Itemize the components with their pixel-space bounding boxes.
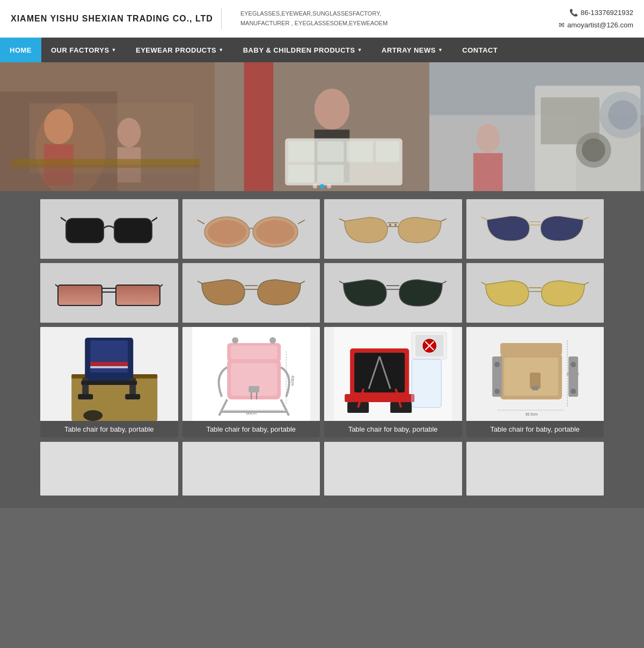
svg-point-128	[494, 389, 500, 394]
hero-image-1	[0, 62, 215, 191]
svg-rect-78	[90, 366, 128, 368]
svg-point-130	[570, 389, 576, 394]
product-image-baby1	[40, 327, 178, 421]
svg-rect-55	[116, 285, 160, 305]
hero-banner	[0, 62, 644, 191]
hero-dot-3[interactable]	[327, 184, 331, 188]
svg-rect-133	[532, 386, 538, 390]
product-image-metal-round	[182, 199, 320, 259]
svg-rect-10	[12, 165, 200, 191]
product-card-baby4[interactable]: 26.5cm 36.5cm	[466, 327, 604, 438]
product-card-metal-aviator-dark[interactable]: Metal Frame Sunglasses	[466, 199, 604, 259]
header-divider	[221, 8, 222, 30]
hero-image-2	[215, 62, 429, 191]
svg-rect-19	[347, 141, 373, 162]
product-card-partial-4[interactable]	[466, 442, 604, 496]
phone-icon: 📞	[569, 6, 578, 19]
nav-contact[interactable]: CONTACT	[452, 38, 507, 62]
svg-rect-22	[317, 165, 343, 183]
nav-home[interactable]: HOME	[0, 38, 41, 62]
product-card-partial-3[interactable]	[324, 442, 462, 496]
svg-point-31	[608, 100, 638, 130]
product-card-partial-1[interactable]	[40, 442, 178, 496]
svg-line-58	[55, 282, 58, 287]
site-header: XIAMEN YISHU SHEXIAN TRADING CO., LTD EY…	[0, 0, 644, 38]
product-label-baby1: Table chair for baby, portable	[40, 421, 178, 438]
product-card-metal-aviator-brown[interactable]: Metal Frame Sunglasses	[324, 199, 462, 259]
product-image-baby4: 26.5cm 36.5cm	[466, 327, 604, 421]
nav-news[interactable]: ARTRAY NEWS ▼	[372, 38, 452, 62]
product-card-partial-2[interactable]	[182, 442, 320, 496]
product-card-metal-optical[interactable]: Metal Frame Optical Glasses	[466, 263, 604, 323]
product-image-metal-optical	[466, 263, 604, 323]
header-tagline: EYEGLASSES,EYEWEAR,SUNGLASSESFACTORY, MA…	[240, 9, 387, 28]
svg-line-70	[481, 281, 486, 285]
phone-number: 86-13376921932	[581, 6, 633, 19]
svg-point-7	[118, 118, 141, 148]
product-image-partial-4	[466, 442, 604, 496]
hero-dot-1[interactable]	[313, 184, 317, 188]
svg-point-41	[256, 220, 295, 244]
svg-point-127	[494, 362, 500, 367]
products-row-3: Table chair for baby, portable 60cm 43cm	[40, 327, 604, 438]
product-image-partial-3	[324, 442, 462, 496]
svg-point-39	[208, 220, 246, 244]
email-address: amoyartist@126.com	[567, 19, 633, 31]
product-card-baby3[interactable]: Table chair for baby, portable	[324, 327, 462, 438]
hero-images	[0, 62, 644, 191]
svg-rect-33	[473, 153, 503, 191]
product-card-metal-round[interactable]: Metal Frame Sunglasses	[182, 199, 320, 259]
product-image-metal-black-aviator	[324, 263, 462, 323]
products-section: Classic Style Sunglasses	[0, 191, 644, 508]
product-card-baby1[interactable]: Table chair for baby, portable	[40, 327, 178, 438]
svg-line-66	[339, 280, 343, 283]
nav-baby[interactable]: BABY & CHILDREN PRODUCTS ▼	[233, 38, 372, 62]
product-image-baby2: 60cm 43cm	[182, 327, 320, 421]
svg-text:36.5cm: 36.5cm	[525, 412, 537, 416]
svg-line-63	[301, 280, 305, 283]
svg-line-37	[152, 216, 157, 221]
svg-rect-17	[288, 141, 314, 162]
svg-line-43	[298, 219, 305, 224]
svg-rect-54	[58, 285, 102, 305]
product-label-baby2: Table chair for baby, portable	[182, 421, 320, 438]
product-image-baby3	[324, 327, 462, 421]
svg-text:43cm: 43cm	[290, 375, 295, 386]
svg-rect-96	[231, 346, 277, 359]
product-image-metal-wide	[40, 263, 178, 323]
chevron-down-icon: ▼	[218, 47, 223, 53]
product-card-metal-aviator2[interactable]: Metal Frame Sunglasses	[182, 263, 320, 323]
products-row-4	[40, 442, 604, 496]
product-card-metal-wide[interactable]: Metal Frame Sunglasses	[40, 263, 178, 323]
svg-rect-34	[66, 219, 104, 243]
products-row-2: Metal Frame Sunglasses Metal Frame S	[40, 263, 604, 323]
main-nav: HOME OUR FACTORYS ▼ EYEWEAR PRODUCTS ▼ B…	[0, 38, 644, 62]
nav-eyewear[interactable]: EYEWEAR PRODUCTS ▼	[126, 38, 233, 62]
svg-line-53	[583, 216, 589, 220]
svg-line-48	[339, 217, 345, 221]
product-image-metal-aviator2	[182, 263, 320, 323]
nav-factorys[interactable]: OUR FACTORYS ▼	[41, 38, 126, 62]
hero-dot-2[interactable]	[320, 184, 324, 188]
product-image-metal-aviator-dark	[466, 199, 604, 259]
product-card-classic[interactable]: Classic Style Sunglasses	[40, 199, 178, 259]
svg-point-101	[269, 337, 276, 344]
products-row-1: Classic Style Sunglasses	[40, 199, 604, 259]
product-image-partial-2	[182, 442, 320, 496]
product-card-baby2[interactable]: 60cm 43cm	[182, 327, 320, 438]
svg-rect-77	[90, 362, 128, 366]
product-label-baby3: Table chair for baby, portable	[324, 421, 462, 438]
hero-image-3	[429, 62, 644, 191]
product-label-baby4: Table chair for baby, portable	[466, 421, 604, 438]
svg-rect-21	[288, 165, 314, 183]
svg-rect-81	[78, 394, 93, 399]
svg-line-36	[61, 216, 66, 221]
svg-point-129	[570, 362, 576, 367]
svg-rect-82	[125, 394, 140, 399]
svg-rect-131	[500, 343, 562, 355]
product-card-metal-black-aviator[interactable]: Metal Frame Sunglasses	[324, 263, 462, 323]
svg-line-71	[584, 281, 589, 285]
svg-line-49	[441, 217, 447, 221]
chevron-down-icon: ▼	[112, 47, 116, 53]
svg-rect-35	[114, 219, 152, 243]
